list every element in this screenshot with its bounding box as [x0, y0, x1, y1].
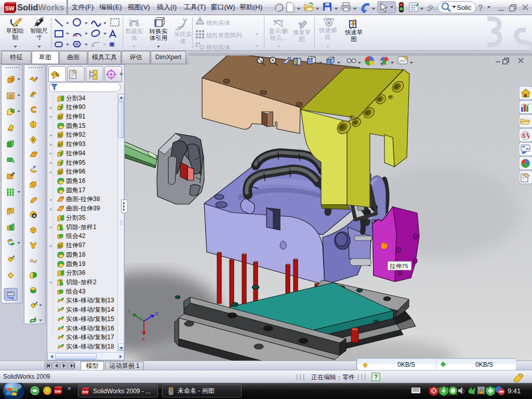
- svg-text:捉: 捉: [325, 34, 331, 40]
- svg-text:图: 图: [299, 36, 305, 42]
- svg-text:寸: 寸: [36, 34, 42, 41]
- svg-text:草图绘: 草图绘: [6, 28, 24, 34]
- svg-text:拉伸75: 拉伸75: [389, 263, 408, 269]
- svg-text:»: »: [119, 70, 123, 77]
- svg-text:线性草图阵列: 线性草图阵列: [206, 32, 242, 38]
- svg-text:Z: Z: [155, 311, 158, 316]
- svg-text:移动实体: 移动实体: [206, 44, 231, 50]
- svg-text:SW: SW: [5, 5, 15, 11]
- svg-text:?: ?: [478, 4, 483, 12]
- svg-text:等距实: 等距实: [174, 31, 192, 37]
- svg-text:SW: SW: [55, 389, 61, 394]
- svg-text:剪裁实: 剪裁实: [125, 28, 143, 34]
- svg-text:修复草: 修复草: [293, 29, 311, 35]
- svg-text:除几...: 除几...: [270, 35, 287, 41]
- svg-text:体引用: 体引用: [150, 35, 168, 41]
- svg-text:SolidWorks: SolidWorks: [17, 3, 64, 12]
- svg-text:Solic: Solic: [457, 4, 472, 11]
- svg-text:转换实: 转换实: [149, 28, 168, 34]
- svg-text:快速草: 快速草: [344, 29, 363, 35]
- svg-text:体: 体: [180, 38, 186, 44]
- svg-text:0KB/S: 0KB/S: [475, 361, 493, 368]
- svg-text:?: ?: [374, 374, 378, 381]
- svg-text:智能尺: 智能尺: [30, 28, 48, 34]
- svg-text:0KB/S: 0KB/S: [397, 361, 415, 368]
- svg-text:Y: Y: [128, 309, 131, 314]
- svg-text:显示/删: 显示/删: [269, 28, 288, 34]
- svg-text:S: S: [522, 133, 526, 139]
- svg-text:体: 体: [131, 35, 137, 41]
- svg-text:图: 图: [351, 36, 357, 42]
- svg-text:!: !: [481, 390, 482, 394]
- svg-text:镜向实体: 镜向实体: [206, 20, 231, 26]
- svg-text:少..: 少..: [427, 4, 437, 11]
- svg-text:制: 制: [12, 34, 18, 41]
- svg-text:快速捕: 快速捕: [318, 27, 337, 33]
- svg-text:SW: SW: [82, 390, 89, 394]
- svg-text:»: »: [68, 384, 71, 392]
- svg-text:X: X: [142, 337, 145, 342]
